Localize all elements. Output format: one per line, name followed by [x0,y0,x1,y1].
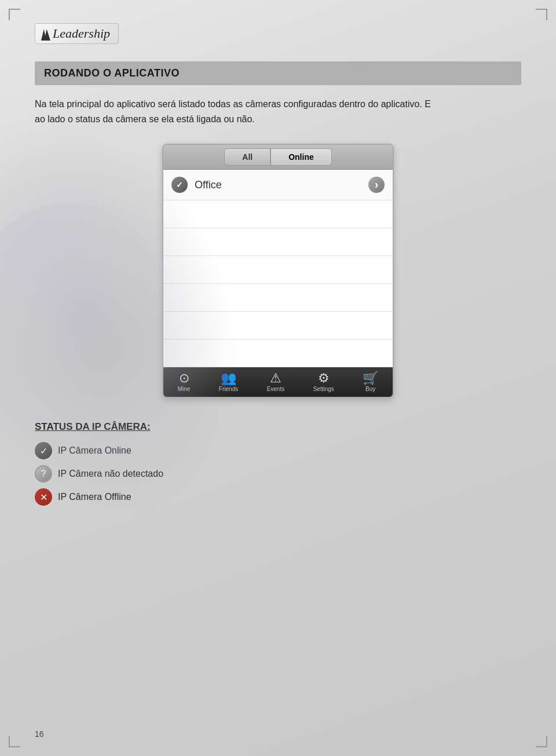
empty-row-3 [163,256,393,284]
empty-row-5 [163,312,393,339]
friends-label: Friends [219,386,238,392]
online-badge: ✓ [35,442,52,459]
corner-mark-tr [536,9,547,20]
not-detected-label: IP Câmera não detectado [58,469,163,479]
buy-icon: 🛒 [363,372,378,385]
offline-badge: ✕ [35,488,52,506]
empty-row-4 [163,284,393,312]
mine-label: Mine [178,386,191,392]
status-item-online: ✓ IP Câmera Online [35,442,521,459]
corner-mark-br [536,736,547,747]
page-container: Leadership RODANDO O APLICATIVO Na tela … [0,0,556,756]
camera-list: Office [163,170,393,367]
corner-mark-tl [9,9,20,20]
buy-label: Buy [365,386,375,392]
logo-area: Leadership [35,23,521,44]
section-title: RODANDO O APLICATIVO [44,67,180,79]
logo: Leadership [35,23,119,44]
nav-settings[interactable]: ⚙ Settings [313,372,334,392]
offline-label: IP Câmera Offline [58,492,131,502]
status-item-not-detected: ? IP Câmera não detectado [35,465,521,483]
nav-events[interactable]: ⚠ Events [267,372,285,392]
tab-all[interactable]: All [224,148,270,166]
nav-friends[interactable]: 👥 Friends [219,372,238,392]
page-number: 16 [35,729,44,739]
online-label: IP Câmera Online [58,445,131,456]
status-item-offline: ✕ IP Câmera Offline [35,488,521,506]
empty-row-1 [163,200,393,228]
events-label: Events [267,386,285,392]
nav-mine[interactable]: ⊙ Mine [178,372,191,392]
camera-name: Office [195,179,368,191]
arrow-button[interactable] [368,177,385,193]
section-title-bar: RODANDO O APLICATIVO [35,61,521,85]
status-section: STATUS DA IP CÂMERA: ✓ IP Câmera Online … [35,421,521,506]
phone-mockup: All Online Office ⊙ Mine [162,144,394,398]
camera-row-office[interactable]: Office [163,170,393,200]
tab-online[interactable]: Online [270,148,332,166]
status-online-icon [171,177,188,193]
settings-icon: ⚙ [318,372,330,385]
nav-buy[interactable]: 🛒 Buy [363,372,378,392]
empty-row-2 [163,228,393,256]
corner-mark-bl [9,736,20,747]
mine-icon: ⊙ [179,372,189,385]
empty-row-6 [163,339,393,367]
not-detected-badge: ? [35,465,52,483]
bottom-nav: ⊙ Mine 👥 Friends ⚠ Events ⚙ Settings 🛒 B… [163,367,393,397]
description-text: Na tela principal do aplicativo será lis… [35,97,440,126]
settings-label: Settings [313,386,334,392]
events-icon: ⚠ [270,372,281,385]
status-title: STATUS DA IP CÂMERA: [35,421,521,433]
friends-icon: 👥 [221,372,236,385]
tab-bar: All Online [163,145,393,170]
